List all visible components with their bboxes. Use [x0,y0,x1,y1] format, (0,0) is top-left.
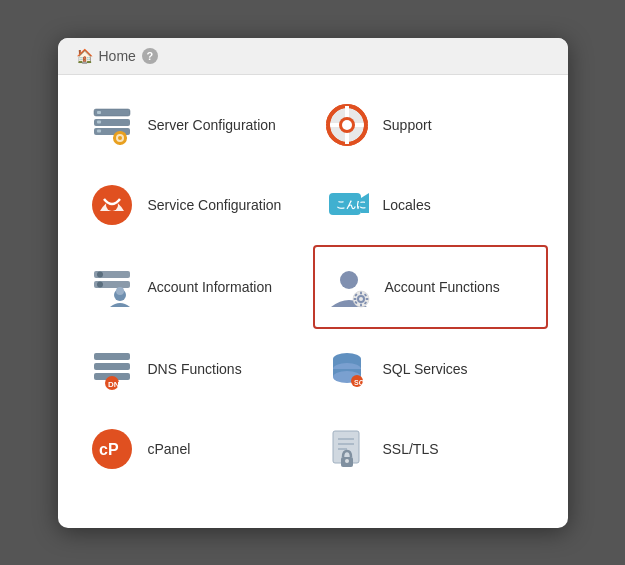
server-config-icon [88,101,136,149]
cpanel-label: cPanel [148,441,191,457]
service-config-icon [88,181,136,229]
sql-services-label: SQL Services [383,361,468,377]
sidebar-item-dns-functions[interactable]: DNS DNS Functions [78,329,313,409]
sidebar-item-account-information[interactable]: Account Information [78,245,313,329]
support-label: Support [383,117,432,133]
svg-rect-12 [113,137,116,139]
svg-point-33 [97,281,103,287]
ssl-tls-label: SSL/TLS [383,441,439,457]
sidebar-item-cpanel[interactable]: cP cPanel [78,409,313,489]
service-configuration-label: Service Configuration [148,197,282,213]
locales-label: Locales [383,197,431,213]
cpanel-icon: cP [88,425,136,473]
svg-text:DNS: DNS [108,380,126,389]
svg-rect-6 [97,129,101,132]
svg-rect-5 [97,120,101,123]
svg-rect-42 [353,298,356,300]
svg-rect-13 [124,137,127,139]
svg-point-35 [116,287,124,295]
svg-rect-49 [94,363,130,370]
account-functions-icon [325,263,373,311]
sidebar-item-support[interactable]: Support [313,85,548,165]
dns-functions-label: DNS Functions [148,361,242,377]
svg-point-36 [340,271,358,289]
sidebar-item-locales[interactable]: こんに Locales [313,165,548,245]
svg-rect-40 [360,291,362,294]
svg-text:SQL: SQL [354,378,369,386]
svg-rect-11 [119,142,121,145]
svg-point-24 [342,120,352,130]
svg-rect-43 [365,298,368,300]
svg-rect-4 [97,111,101,114]
svg-rect-10 [119,131,121,134]
locales-icon: こんに [323,181,371,229]
main-grid: Server Configuration Support [58,75,568,509]
svg-text:こんに: こんに [336,199,366,210]
header-bar: 🏠 Home ? [58,38,568,75]
help-icon[interactable]: ? [142,48,158,64]
svg-rect-48 [94,353,130,360]
home-icon: 🏠 [76,48,93,64]
svg-point-39 [359,297,363,301]
support-icon [323,101,371,149]
main-window: 🏠 Home ? [58,38,568,528]
svg-point-68 [345,459,349,463]
sidebar-item-server-configuration[interactable]: Server Configuration [78,85,313,165]
svg-point-9 [118,136,122,140]
svg-text:cP: cP [99,441,119,458]
home-label[interactable]: Home [99,48,136,64]
account-information-label: Account Information [148,279,273,295]
sidebar-item-account-functions[interactable]: Account Functions [313,245,548,329]
sidebar-item-service-configuration[interactable]: Service Configuration [78,165,313,245]
ssl-icon [323,425,371,473]
sql-icon: SQL [323,345,371,393]
sidebar-item-sql-services[interactable]: SQL SQL Services [313,329,548,409]
account-info-icon [88,263,136,311]
server-configuration-label: Server Configuration [148,117,276,133]
sidebar-item-ssl-tls[interactable]: SSL/TLS [313,409,548,489]
svg-point-32 [97,271,103,277]
svg-rect-41 [360,303,362,306]
account-functions-label: Account Functions [385,279,500,295]
dns-icon: DNS [88,345,136,393]
